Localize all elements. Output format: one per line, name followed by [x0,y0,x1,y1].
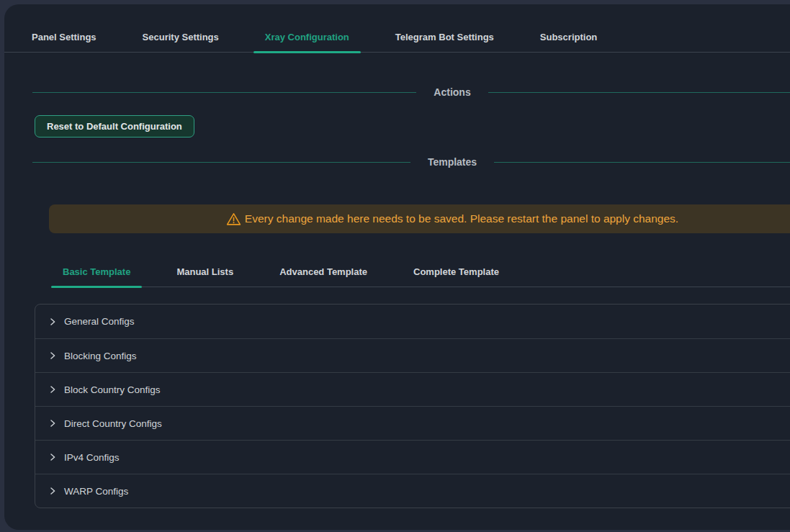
main-tabs: Panel Settings Security Settings Xray Co… [4,4,790,53]
restart-warning-message: Every change made here needs to be saved… [245,212,678,225]
tab-complete-template[interactable]: Complete Template [402,258,511,287]
tab-basic-template[interactable]: Basic Template [51,258,142,287]
collapse-row-label: Block Country Configs [64,384,161,395]
chevron-right-icon [48,317,57,326]
chevron-right-icon [48,453,57,461]
tab-subscription[interactable]: Subscription [529,23,609,52]
collapse-row-label: Direct Country Configs [64,418,162,429]
tab-manual-lists[interactable]: Manual Lists [165,258,245,287]
config-collapse: General Configs Blocking Configs Block C… [35,304,790,508]
collapse-warp-configs[interactable]: WARP Configs [35,474,790,508]
tab-security-settings[interactable]: Security Settings [131,23,230,52]
chevron-right-icon [48,419,57,428]
divider-line [494,162,790,163]
xray-configuration-pane: Actions Reset to Default Configuration T… [4,84,790,508]
tab-panel-settings[interactable]: Panel Settings [20,23,108,52]
collapse-ipv4-configs[interactable]: IPv4 Configs [35,440,790,474]
divider-line [32,92,416,93]
templates-divider: Templates [32,154,790,170]
chevron-right-icon [48,385,57,394]
collapse-direct-country-configs[interactable]: Direct Country Configs [35,406,790,440]
divider-line [32,162,410,163]
settings-card: Panel Settings Security Settings Xray Co… [4,4,790,530]
template-tabs: Basic Template Manual Lists Advanced Tem… [51,258,790,287]
warning-triangle-icon [226,212,241,227]
collapse-blocking-configs[interactable]: Blocking Configs [35,338,790,372]
collapse-row-label: WARP Configs [64,486,128,497]
collapse-row-label: General Configs [64,316,135,327]
restart-warning-alert: Every change made here needs to be saved… [49,204,790,233]
templates-divider-label: Templates [410,156,494,168]
actions-divider-label: Actions [416,86,488,98]
chevron-right-icon [48,351,57,360]
collapse-block-country-configs[interactable]: Block Country Configs [35,372,790,406]
collapse-row-label: Blocking Configs [64,351,137,361]
chevron-right-icon [48,487,57,495]
divider-line [488,92,790,93]
collapse-general-configs[interactable]: General Configs [35,305,790,338]
collapse-row-label: IPv4 Configs [64,452,120,463]
tab-telegram-bot-settings[interactable]: Telegram Bot Settings [384,23,506,52]
actions-divider: Actions [32,84,790,100]
reset-to-default-button[interactable]: Reset to Default Configuration [35,115,194,137]
tab-advanced-template[interactable]: Advanced Template [268,258,379,287]
tab-xray-configuration[interactable]: Xray Configuration [253,23,361,52]
